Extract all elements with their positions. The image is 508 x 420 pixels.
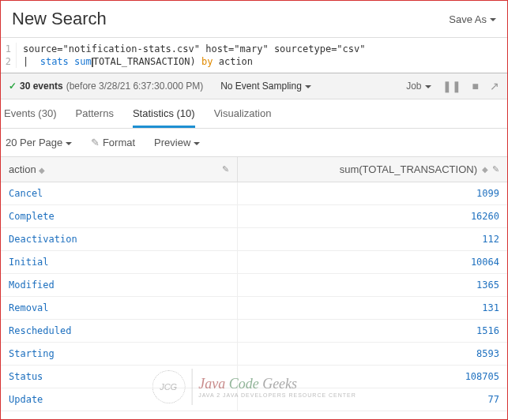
check-icon: ✓ [9,81,17,92]
table-row[interactable]: Complete16260 [1,205,507,228]
stop-icon[interactable]: ■ [472,80,479,92]
cell-action[interactable]: Cancel [1,182,238,204]
page-title: New Search [12,9,107,29]
per-page-dropdown[interactable]: 20 Per Page [6,137,72,148]
preview-dropdown[interactable]: Preview [154,137,200,148]
format-button[interactable]: ✎ Format [91,137,135,148]
cell-action[interactable]: Status [1,366,238,388]
pencil-icon[interactable]: ✎ [492,164,499,174]
cell-action[interactable]: Rescheduled [1,320,238,342]
result-tabs: Events (30) Patterns Statistics (10) Vis… [1,99,507,129]
cell-value[interactable]: 112 [238,228,507,250]
cell-value[interactable]: 131 [238,297,507,319]
table-row[interactable]: Cancel1099 [1,182,507,205]
cell-value[interactable]: 108705 [238,366,507,388]
cell-value[interactable]: 1516 [238,320,507,342]
save-as-dropdown[interactable]: Save As [449,13,496,25]
cell-action[interactable]: Initial [1,251,238,273]
tab-events[interactable]: Events (30) [4,107,56,128]
sort-icon: ◆ [482,165,487,174]
cell-action[interactable]: Starting [1,343,238,365]
column-header-action[interactable]: action ◆ ✎ [1,157,238,182]
share-icon[interactable]: ↗ [490,80,499,92]
sort-icon: ◆ [39,166,44,174]
line-number: 2 [1,55,17,68]
job-dropdown[interactable]: Job [406,81,431,92]
tab-statistics[interactable]: Statistics (10) [133,107,195,128]
cell-action[interactable]: Removal [1,297,238,319]
cell-value[interactable]: 8593 [238,343,507,365]
cell-action[interactable]: Update [1,388,238,411]
query-line-2: | stats sumTOTAL_TRANSACTION) by action [17,55,253,68]
table-row[interactable]: Rescheduled1516 [1,320,507,343]
cell-action[interactable]: Modified [1,274,238,296]
cell-value[interactable]: 1365 [238,274,507,296]
cell-action[interactable]: Deactivation [1,228,238,250]
event-time-range: (before 3/28/21 6:37:30.000 PM) [66,81,203,92]
table-row[interactable]: Starting8593 [1,343,507,366]
pencil-icon[interactable]: ✎ [222,164,229,174]
cell-value[interactable]: 1099 [238,182,507,204]
cell-value[interactable]: 77 [238,388,507,411]
results-table-body: Cancel1099Complete16260Deactivation112In… [1,182,507,411]
pause-icon[interactable]: ❚❚ [442,80,461,92]
search-query-editor[interactable]: 1 source="notification-stats.csv" host="… [1,38,507,73]
table-row[interactable]: Deactivation112 [1,228,507,251]
cell-action[interactable]: Complete [1,205,238,227]
tab-visualization[interactable]: Visualization [214,107,272,128]
event-sampling-dropdown[interactable]: No Event Sampling [220,81,311,92]
column-header-value[interactable]: sum(TOTAL_TRANSACTION) ◆ ✎ [238,157,507,182]
table-row[interactable]: Update77 [1,388,507,411]
tab-patterns[interactable]: Patterns [75,107,113,128]
table-row[interactable]: Modified1365 [1,274,507,297]
table-row[interactable]: Removal131 [1,297,507,320]
cell-value[interactable]: 16260 [238,205,507,227]
table-row[interactable]: Status108705 [1,366,507,388]
event-count: 30 events [20,81,63,92]
line-number: 1 [1,43,17,55]
table-row[interactable]: Initial10064 [1,251,507,274]
cell-value[interactable]: 10064 [238,251,507,273]
query-line-1: source="notification-stats.csv" host="ma… [17,43,365,55]
